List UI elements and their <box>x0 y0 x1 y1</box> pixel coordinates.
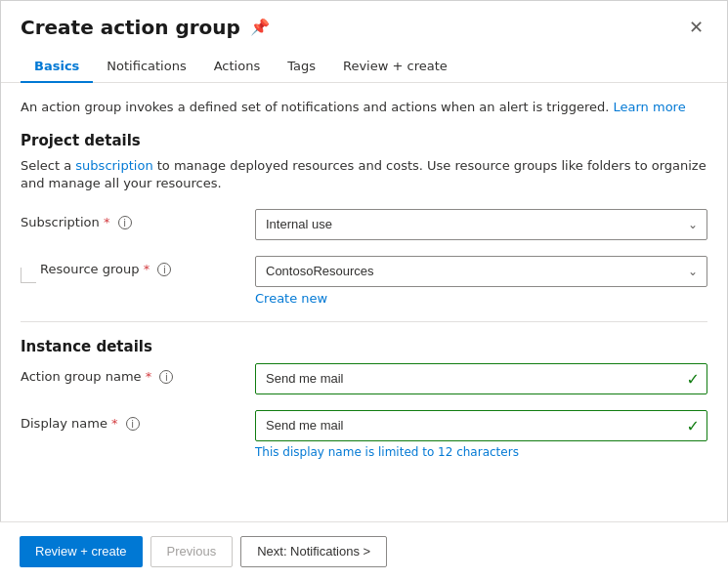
resource-group-required: * <box>144 262 150 276</box>
action-group-name-input-wrapper: ✓ <box>255 363 707 394</box>
display-name-field-col: ✓ This display name is limited to 12 cha… <box>255 410 707 459</box>
action-group-name-input[interactable] <box>255 363 707 394</box>
tab-actions[interactable]: Actions <box>200 51 275 83</box>
tab-notifications[interactable]: Notifications <box>93 51 199 83</box>
display-name-input-wrapper: ✓ <box>255 410 707 441</box>
subscription-label: Subscription <box>21 215 100 229</box>
subscription-select[interactable]: Internal use <box>255 209 707 240</box>
dialog-title: Create action group <box>21 16 240 39</box>
subscription-select-wrapper: Internal use ⌄ <box>255 209 707 240</box>
review-create-button[interactable]: Review + create <box>20 536 143 567</box>
project-details-title: Project details <box>21 132 707 149</box>
subscription-label-col: Subscription * i <box>21 209 255 230</box>
action-group-name-label: Action group name <box>21 369 142 384</box>
tab-bar: Basics Notifications Actions Tags Review… <box>1 51 727 83</box>
divider <box>21 321 707 322</box>
action-group-name-check-icon: ✓ <box>687 369 700 388</box>
tab-basics[interactable]: Basics <box>21 51 93 83</box>
tab-review-create[interactable]: Review + create <box>329 51 461 83</box>
display-name-check-icon: ✓ <box>687 416 700 435</box>
display-name-hint: This display name is limited to 12 chara… <box>255 445 707 459</box>
resource-group-select-wrapper: ContosoResources ⌄ <box>255 256 707 287</box>
resource-group-field-col: ContosoResources ⌄ Create new <box>255 256 707 306</box>
tree-line <box>21 268 36 283</box>
next-button[interactable]: Next: Notifications > <box>240 536 387 567</box>
subscription-required: * <box>104 215 110 229</box>
pin-icon[interactable]: 📌 <box>250 18 270 36</box>
resource-group-select[interactable]: ContosoResources <box>255 256 707 287</box>
project-details-desc: Select a subscription to manage deployed… <box>21 157 707 192</box>
display-name-row: Display name * i ✓ This display name is … <box>21 410 707 459</box>
dialog-content: An action group invokes a defined set of… <box>1 83 727 514</box>
tab-tags[interactable]: Tags <box>274 51 329 83</box>
resource-group-label-col: Resource group * i <box>21 256 255 283</box>
hierarchy-line: Resource group * i <box>21 262 255 283</box>
dialog-header: Create action group 📌 ✕ <box>1 1 727 51</box>
dialog-footer: Review + create Previous Next: Notificat… <box>0 521 728 580</box>
resource-group-info-icon[interactable]: i <box>157 263 171 276</box>
action-group-name-required: * <box>146 369 152 384</box>
previous-button: Previous <box>150 536 234 567</box>
display-name-required: * <box>111 416 118 431</box>
learn-more-link[interactable]: Learn more <box>614 100 686 114</box>
resource-group-label: Resource group <box>40 262 140 276</box>
subscription-link[interactable]: subscription <box>75 158 152 173</box>
action-group-name-field-col: ✓ <box>255 363 707 394</box>
instance-details-title: Instance details <box>21 338 707 355</box>
action-group-name-row: Action group name * i ✓ <box>21 363 707 394</box>
close-icon[interactable]: ✕ <box>685 13 707 41</box>
display-name-info-icon[interactable]: i <box>126 417 140 431</box>
title-row: Create action group 📌 <box>21 16 270 39</box>
resource-group-row: Resource group * i ContosoResources ⌄ Cr… <box>21 256 707 306</box>
display-name-label-col: Display name * i <box>21 410 255 432</box>
create-new-link[interactable]: Create new <box>255 291 327 306</box>
info-text: An action group invokes a defined set of… <box>21 99 707 116</box>
subscription-info-icon[interactable]: i <box>118 216 132 229</box>
display-name-input[interactable] <box>255 410 707 441</box>
action-group-name-info-icon[interactable]: i <box>159 370 173 384</box>
subscription-row: Subscription * i Internal use ⌄ <box>21 209 707 240</box>
action-group-name-label-col: Action group name * i <box>21 363 255 385</box>
display-name-label: Display name <box>21 416 107 431</box>
subscription-field-col: Internal use ⌄ <box>255 209 707 240</box>
